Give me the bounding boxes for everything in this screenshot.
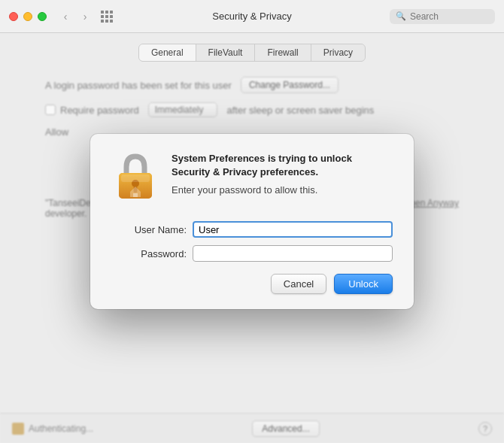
modal-overlay: System Preferences is trying to unlock S… (0, 0, 504, 443)
lock-icon-container (111, 152, 159, 206)
password-row: Password: (111, 245, 393, 262)
lock-icon (114, 153, 156, 205)
username-input[interactable] (193, 221, 393, 238)
password-label: Password: (111, 248, 187, 259)
username-label: User Name: (111, 224, 187, 235)
modal-top: System Preferences is trying to unlock S… (111, 152, 393, 206)
username-row: User Name: (111, 221, 393, 238)
svg-rect-4 (121, 174, 150, 182)
auth-modal: System Preferences is trying to unlock S… (90, 134, 414, 309)
password-input[interactable] (193, 245, 393, 262)
unlock-button[interactable]: Unlock (334, 274, 393, 294)
modal-subtitle: Enter your password to allow this. (172, 184, 393, 197)
modal-buttons: Cancel Unlock (111, 274, 393, 294)
svg-rect-6 (133, 193, 138, 197)
cancel-button[interactable]: Cancel (271, 274, 326, 294)
modal-text-area: System Preferences is trying to unlock S… (172, 152, 393, 206)
modal-title: System Preferences is trying to unlock S… (172, 152, 393, 179)
